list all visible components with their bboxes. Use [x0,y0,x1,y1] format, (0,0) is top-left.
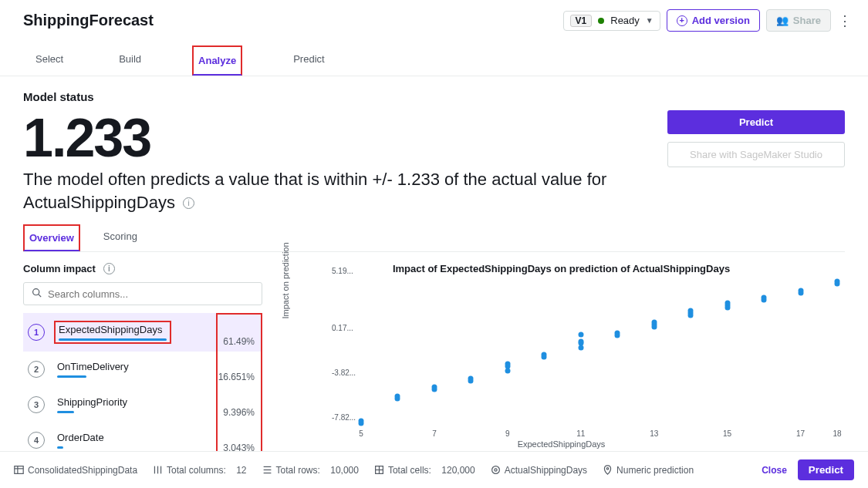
scatter-point [835,281,840,287]
predict-button-footer[interactable]: Predict [798,459,854,480]
main-content: Model status 1.233 The model often predi… [0,76,868,471]
scatter-point [359,421,364,426]
impact-bar [57,446,63,449]
column-impact-heading: Column impact i [23,263,262,274]
rank-badge: 1 [28,324,45,341]
svg-point-14 [491,466,499,474]
scatter-point [651,324,657,329]
predict-button[interactable]: Predict [667,110,845,134]
column-impact-panel: Column impact i 1ExpectedShippingDays61.… [23,263,262,471]
header-actions: V1 Ready ▼ + Add version 👥 Share ⋮ [563,9,853,32]
scatter-point [431,387,437,392]
x-tick: 17 [796,429,805,438]
info-icon[interactable]: i [183,197,194,209]
impact-bar [57,411,74,413]
footer-columns: Total columns: 12 [153,465,246,476]
people-icon: 👥 [776,15,789,26]
svg-rect-2 [15,466,23,474]
share-sagemaker-button[interactable]: Share with SageMaker Studio [667,142,845,167]
scatter-point [578,332,583,337]
header-bar: ShippingForecast V1 Ready ▼ + Add versio… [0,0,868,38]
column-name: OnTimeDelivery [57,361,129,372]
table-icon [14,465,24,475]
analysis-tabs: Overview Scoring [23,224,845,252]
close-button[interactable]: Close [762,465,787,476]
impact-bar [57,375,86,378]
scatter-point [578,345,583,351]
model-status-label: Model status [23,90,610,103]
footer-problem-type: Numeric prediction [603,465,694,476]
x-tick: 7 [432,429,437,438]
x-axis-label: ExpectedShippingDays [278,439,845,449]
chart-title: Impact of ExpectedShippingDays on predic… [278,263,845,274]
impact-bar [59,338,167,341]
column-name: ExpectedShippingDays [59,324,167,335]
x-tick: 11 [576,429,585,438]
target-icon [491,465,501,475]
y-tick: 0.17... [332,323,353,332]
footer-target: ActualShippingDays [491,465,587,476]
chevron-down-icon: ▼ [646,16,654,25]
scatter-point [724,300,730,305]
x-tick: 18 [833,429,841,438]
scatter-plot: 5.19...0.17...-3.82...-7.82...5791113151… [332,279,837,426]
page-title: ShippingForecast [23,12,154,29]
scatter-point [505,368,510,373]
scatter-point [395,396,400,402]
scatter-point [615,333,620,338]
scatter-point [468,378,474,383]
share-button: 👥 Share [766,9,831,32]
tab-predict[interactable]: Predict [289,45,329,76]
scatter-point [762,297,767,302]
x-tick: 5 [359,429,363,438]
rows-icon [262,465,272,475]
status-text: Ready [610,15,640,26]
y-axis-label: Impact on prediction [281,243,290,319]
tab-select[interactable]: Select [31,45,68,76]
version-selector[interactable]: V1 Ready ▼ [563,11,660,31]
scatter-point [688,308,694,314]
svg-point-16 [606,468,608,469]
svg-point-15 [495,469,497,471]
search-icon [32,288,42,300]
sub-tab-overview[interactable]: Overview [23,224,80,251]
scatter-point [798,288,803,293]
impact-chart: Impact of ExpectedShippingDays on predic… [278,263,845,471]
footer-cells: Total cells: 120,000 [374,465,475,476]
add-version-button[interactable]: + Add version [667,9,760,32]
rank-badge: 2 [28,361,45,378]
model-status-section: Model status 1.233 The model often predi… [23,90,845,214]
tab-analyze[interactable]: Analyze [192,45,242,76]
status-dot-icon [598,18,604,24]
sub-tab-scoring[interactable]: Scoring [99,224,142,251]
impact-percent: 16.651% [218,372,255,382]
footer-rows: Total rows: 10,000 [262,465,359,476]
location-pin-icon [603,465,613,475]
svg-line-1 [39,294,41,297]
grid-icon [374,465,384,475]
version-badge: V1 [570,15,593,27]
column-name: OrderDate [57,432,104,443]
column-search[interactable] [23,282,262,305]
tab-build[interactable]: Build [114,45,146,76]
overview-content: Column impact i 1ExpectedShippingDays61.… [23,263,845,471]
chart-area: Impact on prediction 5.19...0.17...-3.82… [301,279,845,426]
search-input[interactable] [48,288,254,300]
y-tick: -7.82... [332,413,356,422]
x-tick: 15 [723,429,731,438]
kebab-menu-icon[interactable]: ⋮ [837,12,853,29]
footer-dataset: ConsolidatedShippingData [14,465,137,476]
impact-percent: 61.49% [223,336,255,347]
y-tick: -3.82... [332,368,356,376]
column-name: ShippingPriority [57,396,127,408]
footer-bar: ConsolidatedShippingData Total columns: … [0,451,868,488]
column-impact-row[interactable]: 3ShippingPriority9.396% [23,387,262,422]
column-impact-row[interactable]: 2OnTimeDelivery16.651% [23,352,262,387]
rank-badge: 4 [28,432,45,449]
column-impact-row[interactable]: 1ExpectedShippingDays61.49% [23,313,262,352]
info-icon[interactable]: i [103,263,115,274]
x-tick: 13 [650,429,658,438]
svg-point-0 [33,289,39,295]
plus-circle-icon: + [677,15,687,26]
y-tick: 5.19... [332,267,353,275]
